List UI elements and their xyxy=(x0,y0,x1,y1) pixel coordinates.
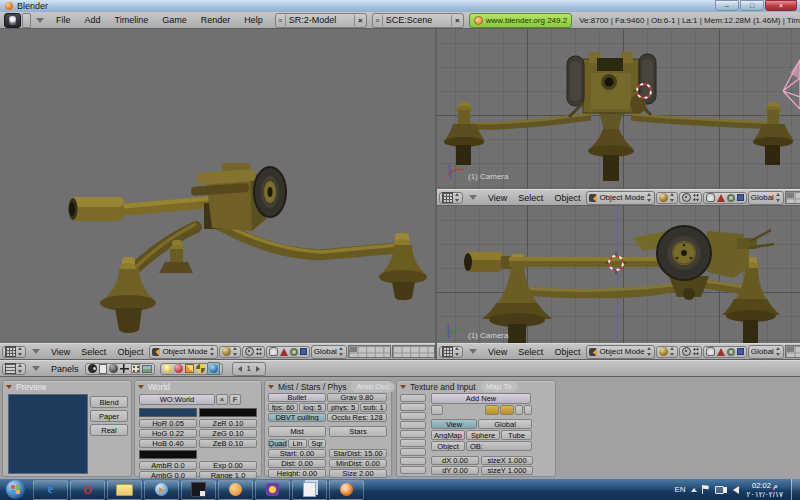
mode-dropdown[interactable]: Object Mode xyxy=(586,191,654,205)
menu-panels[interactable]: Panels xyxy=(46,364,84,374)
exp-slider[interactable]: Exp 0.00 xyxy=(199,461,257,470)
blend-button[interactable]: Blend xyxy=(90,396,128,408)
shading-subcontext-buttons[interactable] xyxy=(160,363,223,375)
texture-chan-down[interactable] xyxy=(524,405,532,415)
context-buttons[interactable] xyxy=(85,363,155,375)
mode-dropdown[interactable]: Object Mode xyxy=(586,345,654,359)
texture-sort-up[interactable] xyxy=(485,405,499,415)
add-new-texture-button[interactable]: Add New xyxy=(431,393,531,404)
tab-map-to[interactable]: Map To xyxy=(480,382,518,392)
texture-slot[interactable] xyxy=(400,457,426,465)
global-toggle[interactable]: Global xyxy=(478,419,532,429)
layer-buttons-b[interactable] xyxy=(392,345,435,358)
range-slider[interactable]: Range 1.0 xyxy=(199,471,257,479)
draw-type-button[interactable] xyxy=(656,346,678,358)
menu-view[interactable]: View xyxy=(483,193,512,203)
texture-chan-up[interactable] xyxy=(515,405,523,415)
shading-icon[interactable] xyxy=(109,364,118,373)
mist-height-field[interactable]: Height: 0.00 xyxy=(268,469,326,478)
gun-model-side[interactable] xyxy=(437,206,800,343)
mist-dist-field[interactable]: Dist: 0.00 xyxy=(268,459,326,468)
texture-icon[interactable] xyxy=(185,364,194,373)
gravity-slider[interactable]: Grav 9.80 xyxy=(327,393,387,402)
texture-sort-down[interactable] xyxy=(500,405,514,415)
scene-close-icon[interactable]: × xyxy=(451,15,463,26)
window-type-stub[interactable] xyxy=(22,13,31,28)
world-fake-user-button[interactable]: F xyxy=(229,394,241,405)
lamp-icon[interactable] xyxy=(163,364,172,373)
window-type-icon[interactable] xyxy=(4,13,21,28)
phys-field[interactable]: phys: 5 xyxy=(327,403,359,412)
tube-toggle[interactable]: Tube xyxy=(501,430,532,440)
ob-field[interactable]: OB: xyxy=(466,441,532,451)
menu-view[interactable]: View xyxy=(483,347,512,357)
texture-slot[interactable] xyxy=(400,430,426,438)
sqr-toggle[interactable]: Sqr xyxy=(308,439,326,448)
editing-icon[interactable] xyxy=(131,364,140,373)
ambg-slider[interactable]: AmbG 0.0 xyxy=(139,471,197,479)
mindist-field[interactable]: MinDist: 0.00 xyxy=(329,459,387,468)
world-unlink-button[interactable]: × xyxy=(216,394,228,405)
menu-add[interactable]: Add xyxy=(78,15,108,25)
texture-slot[interactable] xyxy=(400,439,426,447)
tab-amb-occ[interactable]: Amb Occ xyxy=(351,382,396,392)
zeg-slider[interactable]: ZeG 0.10 xyxy=(199,429,257,438)
language-indicator[interactable]: EN xyxy=(674,485,685,494)
volume-icon[interactable] xyxy=(733,486,739,494)
sizey-field[interactable]: sizeY 1.000 xyxy=(481,466,533,475)
mist-toggle[interactable]: Mist xyxy=(268,426,326,437)
radiosity-icon[interactable] xyxy=(196,364,205,373)
screen-selector[interactable]: ≡ SR:2-Model × xyxy=(275,13,367,28)
object-icon[interactable] xyxy=(120,364,129,373)
material-icon[interactable] xyxy=(174,364,183,373)
orientation-dropdown[interactable]: Global xyxy=(748,191,784,205)
viewport-type-button[interactable] xyxy=(439,346,463,358)
clock[interactable]: 02:02 م ٢٠١٢/٠٢/١٧ xyxy=(747,481,783,499)
camera-wireframe[interactable] xyxy=(783,60,800,109)
collapse-menu-icon[interactable] xyxy=(469,349,477,354)
world-button-active[interactable] xyxy=(207,362,220,375)
taskbar-media-player[interactable] xyxy=(144,480,179,500)
object-toggle[interactable]: Object xyxy=(431,441,465,451)
ambient-color-swatch[interactable] xyxy=(139,450,197,459)
zenith-color-swatch[interactable] xyxy=(199,408,257,417)
taskbar-opera[interactable]: O xyxy=(70,480,105,500)
collapse-menu-icon[interactable] xyxy=(36,18,44,23)
minimize-button[interactable]: – xyxy=(715,0,739,11)
ambr-slider[interactable]: AmbR 0.0 xyxy=(139,461,197,470)
panel-collapse-icon[interactable] xyxy=(6,385,12,389)
pivot-button[interactable] xyxy=(242,346,265,358)
sizex-field[interactable]: sizeX 1.000 xyxy=(481,456,533,465)
world-id-selector[interactable]: WO:World xyxy=(139,394,215,405)
texture-slot[interactable] xyxy=(400,421,426,429)
menu-timeline[interactable]: Timeline xyxy=(108,15,156,25)
dx-field[interactable]: dX 0.00 xyxy=(431,456,479,465)
taskbar-notes-app[interactable] xyxy=(292,480,327,500)
draw-type-button[interactable] xyxy=(219,346,241,358)
menu-game[interactable]: Game xyxy=(155,15,194,25)
quad-toggle[interactable]: Quad xyxy=(268,439,287,448)
occlu-res-field[interactable]: Occlu Res: 128 xyxy=(327,413,387,422)
layer-buttons-a[interactable] xyxy=(785,345,800,358)
start-button[interactable] xyxy=(6,480,25,499)
orientation-dropdown[interactable]: Global xyxy=(311,345,347,359)
viewport-camera-main[interactable] xyxy=(0,29,435,343)
physics-engine-dropdown[interactable]: Bullet xyxy=(268,393,326,402)
mist-start-field[interactable]: Start: 0.00 xyxy=(268,449,326,458)
fps-field[interactable]: fps: 60 xyxy=(268,403,298,412)
viewport-type-button[interactable] xyxy=(2,346,26,358)
menu-select[interactable]: Select xyxy=(513,193,548,203)
window-type-button[interactable] xyxy=(2,363,26,375)
scene-browse-icon[interactable]: ≡ xyxy=(373,15,383,26)
texture-nav-left[interactable] xyxy=(431,405,443,415)
screen-close-icon[interactable]: × xyxy=(354,15,366,26)
panel-collapse-icon[interactable] xyxy=(138,385,144,389)
menu-view[interactable]: View xyxy=(46,347,75,357)
sub-field[interactable]: sub: 1 xyxy=(360,403,387,412)
menu-object[interactable]: Object xyxy=(112,347,148,357)
collapse-menu-icon[interactable] xyxy=(32,349,40,354)
maximize-button[interactable]: □ xyxy=(740,0,764,11)
manipulator-buttons[interactable] xyxy=(703,346,747,358)
zer-slider[interactable]: ZeR 0.10 xyxy=(199,419,257,428)
taskbar-internet-explorer[interactable]: e xyxy=(33,480,68,500)
